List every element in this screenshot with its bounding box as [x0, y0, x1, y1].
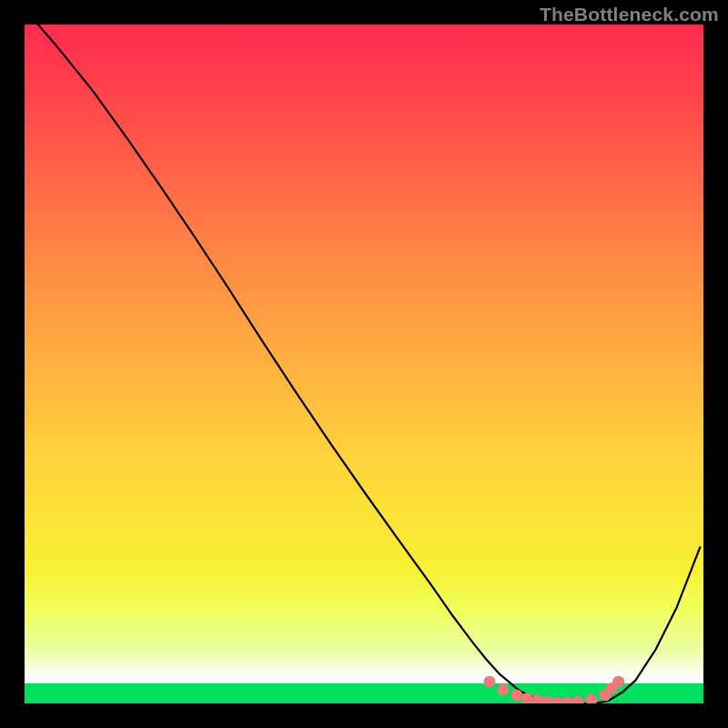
chart-frame — [25, 25, 703, 703]
chart-svg — [25, 25, 703, 703]
optimal-marker-dot — [585, 694, 597, 703]
optimal-marker-dot — [561, 697, 573, 703]
bottleneck-curve-line — [38, 25, 700, 703]
optimal-marker-dot — [484, 676, 496, 688]
watermark-text: TheBottleneck.com — [540, 4, 719, 25]
optimal-marker-dot — [541, 696, 553, 703]
optimal-range-markers — [484, 676, 625, 703]
optimal-marker-dot — [521, 693, 533, 703]
optimal-marker-dot — [571, 696, 583, 703]
optimal-marker-dot — [511, 690, 522, 702]
optimal-marker-dot — [612, 676, 624, 688]
optimal-marker-dot — [497, 684, 509, 696]
optimal-marker-dot — [551, 697, 563, 703]
